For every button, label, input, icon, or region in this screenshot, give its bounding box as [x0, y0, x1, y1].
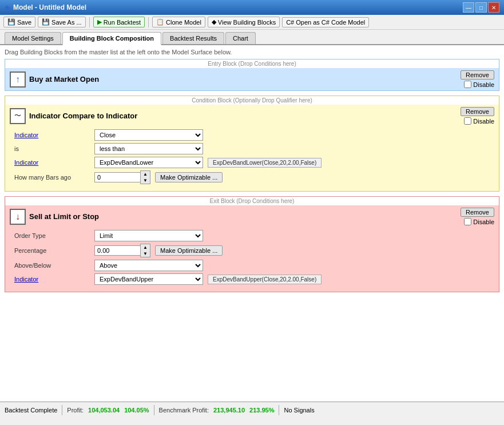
profit-label: Profit: [67, 407, 84, 414]
toolbar-separator-1 [89, 17, 90, 27]
exit-indicator-label[interactable]: Indicator [14, 276, 94, 283]
save-as-icon: 💾 [42, 18, 50, 26]
exit-above-below-label: Above/Below [14, 262, 94, 269]
entry-block: Entry Block (Drop Conditions here) ↑ Buy… [5, 59, 499, 91]
condition-indicator1-select[interactable]: Close OpenHighLow [94, 129, 203, 141]
tab-model-settings[interactable]: Model Settings [5, 32, 61, 44]
open-csharp-button[interactable]: C# Open as C# Code Model [282, 17, 369, 27]
exit-percentage-spinner-btns: ▲ ▼ [140, 244, 150, 257]
blocks-icon: ◆ [212, 18, 216, 26]
status-label: Backtest Complete [5, 407, 57, 414]
condition-indicator2-row: Indicator ExpDevBandLower ExpDevBandUppe… [14, 157, 490, 168]
exit-indicator-row: Indicator ExpDevBandUpper ExpDevBandLowe… [14, 273, 490, 285]
entry-block-icon: ↑ [10, 72, 26, 88]
condition-block-controls: Remove Disable [461, 107, 494, 125]
tab-backtest-results[interactable]: Backtest Results [162, 32, 224, 44]
status-separator-3 [279, 405, 279, 415]
run-icon: ▶ [97, 18, 102, 26]
exit-block-icon: ↓ [10, 209, 26, 225]
benchmark-value: 213,945.10 [213, 407, 245, 414]
benchmark-label: Benchmark Profit: [159, 407, 209, 414]
condition-indicator2-label[interactable]: Indicator [14, 159, 94, 166]
exit-order-type-row: Order Type Limit Stop Market [14, 230, 490, 241]
exit-percentage-label: Percentage [14, 247, 94, 254]
title-bar: ◆ Model - Untitled Model — □ ✕ [0, 0, 504, 15]
condition-indicator1-row: Indicator Close OpenHighLow [14, 129, 490, 141]
status-bar: Backtest Complete Profit: 104,053.04 104… [0, 402, 504, 418]
entry-block-controls: Remove Disable [461, 70, 494, 88]
exit-indicator-select[interactable]: ExpDevBandUpper ExpDevBandLower Close [94, 273, 203, 285]
exit-percentage-input[interactable] [94, 245, 140, 256]
exit-above-below-row: Above/Below Above Below [14, 260, 490, 271]
exit-above-below-select[interactable]: Above Below [94, 260, 203, 271]
status-separator-1 [62, 405, 62, 415]
entry-block-header: Entry Block (Drop Conditions here) [5, 59, 499, 68]
exit-block-header: Exit Block (Drop Conditions here) [5, 197, 499, 205]
run-backtest-button[interactable]: ▶ Run Backtest [93, 17, 145, 27]
save-button[interactable]: 💾 Save [3, 17, 35, 27]
exit-disable-checkbox[interactable] [464, 218, 471, 225]
tabs-bar: Model Settings Building Block Compositio… [0, 30, 504, 45]
drag-hint: Drag Building Blocks from the master lis… [5, 49, 499, 55]
close-button[interactable]: ✕ [488, 2, 499, 13]
condition-is-label: is [14, 145, 94, 152]
exit-percentage-spinner: ▲ ▼ [94, 244, 150, 257]
tab-chart[interactable]: Chart [225, 32, 256, 44]
condition-indicator2-select[interactable]: ExpDevBandLower ExpDevBandUpper Close [94, 157, 203, 168]
clone-icon: 📋 [156, 18, 164, 26]
exit-block-title: Sell at Limit or Stop [29, 212, 99, 221]
condition-bars-ago-down[interactable]: ▼ [141, 177, 150, 184]
condition-is-select[interactable]: less than greater than equal to crosses … [94, 143, 203, 154]
exit-remove-button[interactable]: Remove [461, 208, 494, 217]
condition-block-fields: Indicator Close OpenHighLow is less than… [5, 127, 499, 191]
toolbar-separator-2 [148, 17, 149, 27]
exit-optimize-button[interactable]: Make Optimizable ... [155, 245, 223, 256]
condition-optimize-button[interactable]: Make Optimizable ... [155, 172, 223, 182]
exit-percentage-row: Percentage ▲ ▼ Make Optimizable ... [14, 244, 490, 257]
minimize-button[interactable]: — [463, 2, 474, 13]
exit-block-controls: Remove Disable [461, 208, 494, 225]
exit-disable-label: Disable [473, 219, 494, 225]
csharp-icon: C# [286, 19, 294, 26]
exit-percentage-down[interactable]: ▼ [141, 251, 150, 257]
condition-bars-ago-spinner: ▲ ▼ [94, 170, 150, 184]
exit-order-type-label: Order Type [14, 232, 94, 239]
window-title: Model - Untitled Model [13, 3, 86, 11]
tab-building-block[interactable]: Building Block Composition [62, 32, 161, 45]
entry-block-title: Buy at Market Open [29, 75, 99, 84]
condition-indicator2-display: ExpDevBandLower(Close,20,2.00,False) [208, 158, 322, 168]
condition-block-header: Condition Block (Optionally Drop Qualifi… [5, 96, 499, 105]
condition-disable-checkbox[interactable] [464, 117, 471, 125]
condition-bars-ago-label: How many Bars ago [14, 174, 94, 181]
exit-block-fields: Order Type Limit Stop Market Percentage … [5, 228, 499, 292]
profit-pct: 104.05% [124, 407, 149, 414]
content-area: Drag Building Blocks from the master lis… [0, 45, 504, 402]
save-icon: 💾 [7, 18, 15, 26]
benchmark-pct: 213.95% [249, 407, 274, 414]
condition-bars-ago-spinner-btns: ▲ ▼ [140, 170, 150, 184]
exit-order-type-select[interactable]: Limit Stop Market [94, 230, 203, 241]
signals-label: No Signals [284, 407, 314, 414]
toolbar: 💾 Save 💾 Save As ... ▶ Run Backtest 📋 Cl… [0, 15, 504, 30]
maximize-button[interactable]: □ [475, 2, 487, 13]
clone-model-button[interactable]: 📋 Clone Model [152, 17, 205, 27]
condition-block-icon: 〜 [10, 108, 26, 124]
entry-remove-button[interactable]: Remove [461, 70, 494, 80]
status-separator-2 [154, 405, 154, 415]
condition-bars-ago-up[interactable]: ▲ [141, 171, 150, 177]
exit-percentage-up[interactable]: ▲ [141, 244, 150, 251]
profit-value: 104,053.04 [88, 407, 120, 414]
condition-indicator1-label[interactable]: Indicator [14, 132, 94, 138]
entry-disable-checkbox[interactable] [464, 81, 471, 88]
condition-block-title: Indicator Compare to Indicator [29, 112, 137, 120]
view-building-blocks-button[interactable]: ◆ View Building Blocks [208, 17, 280, 27]
entry-disable-label: Disable [473, 81, 494, 88]
condition-is-row: is less than greater than equal to cross… [14, 143, 490, 154]
app-icon: ◆ [5, 3, 10, 11]
exit-block: Exit Block (Drop Conditions here) ↓ Sell… [5, 196, 499, 292]
condition-bars-ago-input[interactable] [94, 172, 140, 182]
condition-remove-button[interactable]: Remove [461, 107, 494, 116]
save-as-button[interactable]: 💾 Save As ... [38, 17, 86, 27]
condition-bars-ago-row: How many Bars ago ▲ ▼ Make Optimizable .… [14, 170, 490, 184]
exit-indicator-display: ExpDevBandUpper(Close,20,2.00,False) [208, 275, 322, 284]
